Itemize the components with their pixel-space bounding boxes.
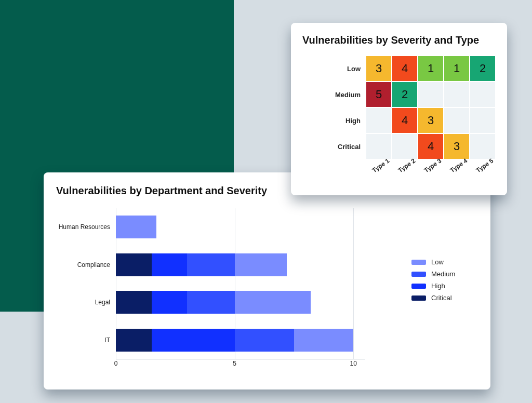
heatmap-cell: 1 [444, 56, 470, 82]
legend-label: Medium [431, 270, 455, 278]
bar-row [116, 329, 353, 352]
stage: Vulnerabilities by Department and Severi… [0, 0, 532, 403]
heatmap-rowlabel: Medium [328, 82, 366, 108]
heatmap-cell [366, 108, 392, 133]
bar-segment [116, 329, 152, 352]
bar-ylabel: Compliance [56, 261, 110, 268]
bar-segment [152, 253, 188, 276]
bar-chart-area: Human ResourcesComplianceLegalIT 0510 Lo… [56, 208, 478, 369]
heatmap-wrap: LowMediumHighCritical 34112524343 Type 1… [302, 56, 496, 170]
bar-segment [116, 291, 152, 314]
bar-segment [235, 291, 311, 314]
bar-row [116, 291, 311, 314]
heatmap-cell [444, 82, 470, 108]
legend-item: Low [411, 258, 455, 266]
bar-chart-plot: Human ResourcesComplianceLegalIT 0510 [56, 208, 368, 369]
bar-ylabel: Human Resources [56, 223, 110, 231]
bar-segment [116, 216, 156, 238]
heatmap-row: 34112 [366, 56, 496, 82]
heatmap-cell: 5 [366, 82, 392, 108]
heatmap-row: 43 [366, 108, 496, 133]
heatmap-row: 43 [366, 133, 496, 159]
heatmap-title: Vulnerabilities by Severity and Type [302, 34, 496, 46]
bar-row [116, 216, 156, 238]
bar-segment [116, 253, 152, 276]
heatmap-cell [470, 82, 496, 108]
legend-item: High [411, 282, 455, 290]
legend-swatch [411, 284, 426, 289]
heatmap-cell: 3 [366, 56, 392, 82]
legend-swatch [411, 272, 426, 277]
legend-item: Critical [411, 294, 455, 302]
bar-gridline [353, 208, 354, 359]
legend-item: Medium [411, 270, 455, 278]
legend-swatch [411, 260, 426, 265]
bar-xtick: 0 [114, 360, 118, 367]
heatmap-cell [470, 108, 496, 133]
bar-chart-legend: LowMediumHighCritical [411, 258, 455, 369]
bar-chart-card: Vulnerabilities by Department and Severi… [44, 172, 490, 389]
heatmap-collabels: Type 1Type 2Type 3Type 4Type 5 [366, 163, 496, 170]
heatmap-cell: 3 [418, 108, 444, 133]
heatmap-rowlabels: LowMediumHighCritical [328, 56, 366, 159]
bar-segment [152, 291, 188, 314]
heatmap-cell: 2 [470, 56, 496, 82]
heatmap-body: LowMediumHighCritical 34112524343 [328, 56, 496, 159]
heatmap-rowlabel: Critical [328, 133, 366, 159]
heatmap-card: Vulnerabilities by Severity and Type Low… [291, 23, 507, 195]
bar-xtick: 10 [350, 360, 356, 367]
heatmap-rowlabel: Low [328, 56, 366, 82]
bar-xtick: 5 [233, 360, 236, 367]
heatmap-cell: 1 [418, 56, 444, 82]
bar-segment [235, 329, 294, 352]
heatmap-cell [418, 82, 444, 108]
bar-segment [187, 291, 234, 314]
heatmap-grid: 34112524343 [366, 56, 496, 159]
bar-segment [152, 329, 235, 352]
bar-segment [294, 329, 353, 352]
bar-segment [187, 253, 234, 276]
heatmap-rowlabel: High [328, 108, 366, 133]
heatmap-row: 52 [366, 82, 496, 108]
legend-label: Critical [431, 294, 452, 302]
bar-ylabel: IT [56, 337, 110, 344]
heatmap-cell: 4 [392, 56, 418, 82]
bar-segment [235, 253, 287, 276]
legend-label: Low [431, 258, 444, 266]
legend-label: High [431, 282, 445, 290]
legend-swatch [411, 295, 426, 301]
bar-row [116, 253, 287, 276]
heatmap-cell: 4 [392, 108, 418, 133]
heatmap-cell: 2 [392, 82, 418, 108]
heatmap-cell [444, 108, 470, 133]
bar-ylabel: Legal [56, 299, 110, 306]
